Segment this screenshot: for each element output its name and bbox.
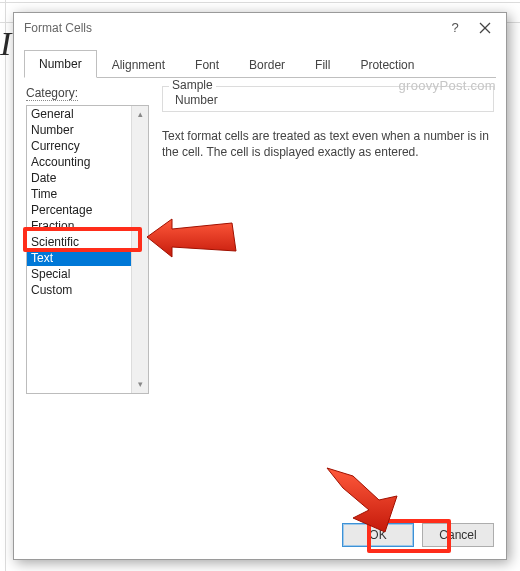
sample-value: Number [175, 93, 218, 107]
background-text: I [0, 25, 11, 63]
category-label: Category: [26, 86, 78, 101]
category-item-date[interactable]: Date [27, 170, 133, 186]
category-listbox[interactable]: General Number Currency Accounting Date … [26, 105, 149, 394]
titlebar: Format Cells ? [14, 13, 506, 43]
tab-strip: Number Alignment Font Border Fill Protec… [24, 43, 496, 78]
watermark: groovyPost.com [399, 78, 496, 93]
dialog-title: Format Cells [24, 21, 92, 35]
category-item-text[interactable]: Text [27, 250, 133, 266]
tab-alignment[interactable]: Alignment [97, 51, 180, 78]
category-item-number[interactable]: Number [27, 122, 133, 138]
ok-button[interactable]: OK [342, 523, 414, 547]
tab-border[interactable]: Border [234, 51, 300, 78]
category-item-custom[interactable]: Custom [27, 282, 133, 298]
category-item-scientific[interactable]: Scientific [27, 234, 133, 250]
tab-font[interactable]: Font [180, 51, 234, 78]
dialog-body: Category: General Number Currency Accoun… [14, 78, 506, 402]
category-item-time[interactable]: Time [27, 186, 133, 202]
category-item-percentage[interactable]: Percentage [27, 202, 133, 218]
tab-protection[interactable]: Protection [345, 51, 429, 78]
category-description: Text format cells are treated as text ev… [162, 128, 494, 160]
help-button[interactable]: ? [440, 13, 470, 43]
category-item-special[interactable]: Special [27, 266, 133, 282]
category-item-fraction[interactable]: Fraction [27, 218, 133, 234]
category-scrollbar[interactable]: ▴ ▾ [131, 106, 148, 393]
tab-fill[interactable]: Fill [300, 51, 345, 78]
category-item-currency[interactable]: Currency [27, 138, 133, 154]
sample-area: Sample Number Text format cells are trea… [162, 86, 494, 160]
canvas: I Format Cells ? Number Alignment Font B… [0, 0, 520, 571]
sample-label: Sample [169, 78, 216, 92]
scroll-up-icon[interactable]: ▴ [132, 106, 148, 123]
button-row: OK Cancel [342, 523, 494, 547]
cancel-button[interactable]: Cancel [422, 523, 494, 547]
scroll-down-icon[interactable]: ▾ [132, 376, 148, 393]
category-item-accounting[interactable]: Accounting [27, 154, 133, 170]
category-item-general[interactable]: General [27, 106, 133, 122]
close-button[interactable] [470, 13, 500, 43]
close-icon [479, 22, 491, 34]
tab-number[interactable]: Number [24, 50, 97, 78]
format-cells-dialog: Format Cells ? Number Alignment Font Bor… [13, 12, 507, 560]
